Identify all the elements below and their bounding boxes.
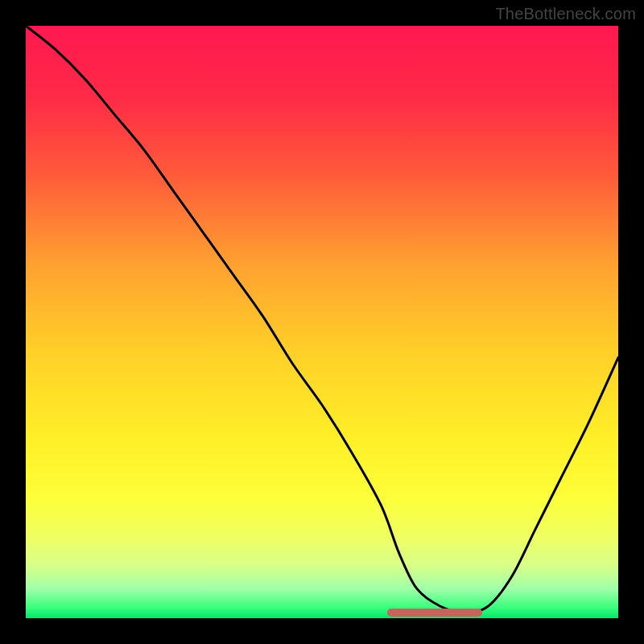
chart-area <box>26 26 618 618</box>
optimal-range-marker <box>387 609 482 617</box>
watermark-text: TheBottleneck.com <box>495 5 636 23</box>
bottleneck-curve <box>26 26 618 618</box>
